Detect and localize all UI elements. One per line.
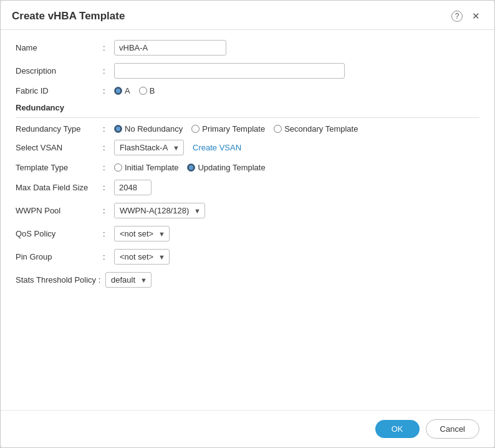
pin-group-select-wrapper: <not set> ▼ — [114, 249, 170, 265]
max-data-label: Max Data Field Size — [16, 183, 103, 192]
name-input[interactable] — [114, 40, 226, 56]
fabric-b-option[interactable]: B — [139, 86, 155, 95]
help-icon[interactable]: ? — [451, 11, 463, 22]
dialog-footer: OK Cancel — [1, 410, 494, 447]
wwpn-pool-label: WWPN Pool — [16, 206, 103, 215]
qos-policy-row: QoS Policy : <not set> ▼ — [16, 226, 479, 241]
template-type-control: Initial Template Updating Template — [114, 163, 479, 172]
max-data-row: Max Data Field Size : — [16, 180, 479, 195]
create-vhba-dialog: Create vHBA Template ? ✕ Name : Descript… — [0, 0, 495, 448]
pin-group-label: Pin Group — [16, 252, 103, 261]
template-type-row: Template Type : Initial Template Updatin… — [16, 163, 479, 172]
secondary-template-radio[interactable] — [274, 125, 282, 133]
vsan-select-wrapper: FlashStack-A ▼ — [114, 140, 184, 155]
initial-template-radio[interactable] — [114, 163, 122, 172]
primary-template-option[interactable]: Primary Template — [191, 124, 265, 134]
description-row: Description : — [16, 63, 479, 79]
redundancy-divider — [16, 117, 479, 118]
vsan-select[interactable]: FlashStack-A — [114, 140, 184, 155]
secondary-template-option[interactable]: Secondary Template — [274, 124, 358, 134]
no-redundancy-radio[interactable] — [114, 125, 122, 133]
name-label: Name — [16, 43, 103, 52]
redundancy-section-header: Redundancy — [16, 103, 479, 112]
dialog-title: Create vHBA Template — [12, 10, 125, 22]
wwpn-pool-control: WWPN-A(128/128) ▼ — [114, 203, 479, 218]
name-control — [114, 40, 479, 56]
max-data-control — [114, 180, 479, 195]
fabric-id-row: Fabric ID : A B — [16, 86, 479, 95]
primary-template-radio[interactable] — [191, 125, 199, 133]
stats-threshold-select[interactable]: default — [105, 272, 151, 288]
stats-threshold-control: default ▼ — [105, 272, 479, 288]
wwpn-select-wrapper: WWPN-A(128/128) ▼ — [114, 203, 205, 218]
no-redundancy-option[interactable]: No Redundancy — [114, 124, 183, 134]
select-vsan-row: Select VSAN : FlashStack-A ▼ Create VSAN — [16, 140, 479, 155]
header-icons: ? ✕ — [451, 9, 483, 23]
dialog-body: Name : Description : Fabric ID : A — [1, 30, 494, 410]
description-control — [114, 63, 479, 79]
pin-group-select[interactable]: <not set> — [114, 249, 170, 265]
create-vsan-link[interactable]: Create VSAN — [193, 143, 241, 152]
initial-template-option[interactable]: Initial Template — [114, 163, 178, 172]
redundancy-section: Redundancy Redundancy Type : No Redundan… — [16, 103, 479, 134]
stats-threshold-row: Stats Threshold Policy : default ▼ — [16, 272, 479, 288]
description-label: Description — [16, 66, 103, 75]
fabric-id-label: Fabric ID — [16, 86, 103, 95]
close-button[interactable]: ✕ — [469, 9, 483, 23]
qos-select-wrapper: <not set> ▼ — [114, 226, 170, 241]
pin-group-row: Pin Group : <not set> ▼ — [16, 249, 479, 265]
select-vsan-control: FlashStack-A ▼ Create VSAN — [114, 140, 479, 155]
qos-policy-label: QoS Policy — [16, 229, 103, 238]
updating-template-option[interactable]: Updating Template — [187, 163, 265, 172]
redundancy-type-label: Redundancy Type — [16, 124, 103, 134]
fabric-a-option[interactable]: A — [114, 86, 130, 95]
fabric-a-radio[interactable] — [114, 87, 122, 95]
ok-button[interactable]: OK — [375, 420, 420, 438]
cancel-button[interactable]: Cancel — [426, 419, 479, 439]
redundancy-type-row: Redundancy Type : No Redundancy Primary … — [16, 124, 479, 134]
max-data-input[interactable] — [114, 180, 151, 195]
template-type-label: Template Type — [16, 163, 103, 172]
qos-policy-control: <not set> ▼ — [114, 226, 479, 241]
qos-policy-select[interactable]: <not set> — [114, 226, 170, 241]
name-row: Name : — [16, 40, 479, 56]
dialog-header: Create vHBA Template ? ✕ — [1, 1, 494, 30]
stats-select-wrapper: default ▼ — [105, 272, 151, 288]
fabric-b-radio[interactable] — [139, 87, 147, 95]
select-vsan-label: Select VSAN — [16, 143, 103, 152]
pin-group-control: <not set> ▼ — [114, 249, 479, 265]
redundancy-type-control: No Redundancy Primary Template Secondary… — [114, 124, 479, 134]
description-input[interactable] — [114, 63, 345, 79]
fabric-id-control: A B — [114, 86, 479, 95]
wwpn-pool-select[interactable]: WWPN-A(128/128) — [114, 203, 205, 218]
stats-threshold-label: Stats Threshold Policy : — [16, 275, 103, 285]
wwpn-pool-row: WWPN Pool : WWPN-A(128/128) ▼ — [16, 203, 479, 218]
updating-template-radio[interactable] — [187, 163, 195, 172]
